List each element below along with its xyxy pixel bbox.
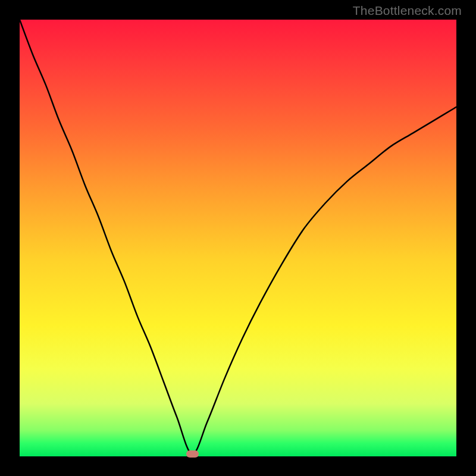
plot-area [20,20,456,456]
watermark-label: TheBottleneck.com [353,4,462,18]
chart-frame: TheBottleneck.com [0,0,476,476]
bottleneck-curve [20,20,456,456]
minimum-marker [186,450,199,458]
